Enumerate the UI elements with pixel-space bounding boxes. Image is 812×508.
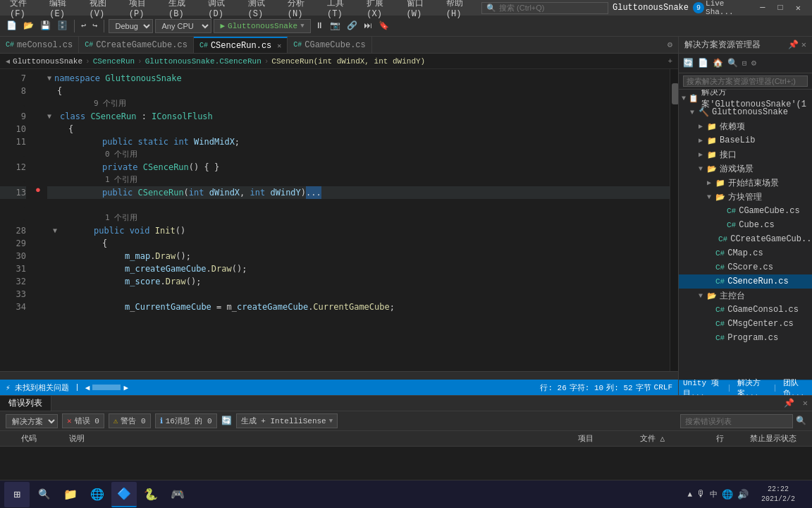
filter-icon[interactable]: 🔍 xyxy=(726,56,739,70)
editor-vscrollbar[interactable] xyxy=(670,69,678,371)
debug-dropdown[interactable]: Debug xyxy=(109,19,153,33)
tab-close-icon[interactable]: ✕ xyxy=(277,42,281,50)
solution-link[interactable]: 解决方案... xyxy=(737,377,767,396)
maximize-btn[interactable]: □ xyxy=(773,1,789,14)
redo-icon[interactable]: ↪ xyxy=(90,19,99,32)
menu-debug[interactable]: 调试(D) xyxy=(204,0,242,20)
code-editor[interactable]: 7 8 . 9 10 11 . 12 . 13 . . 28 29 30 31 xyxy=(0,69,678,371)
menu-tools[interactable]: 工具(T) xyxy=(323,0,361,20)
taskbar-python[interactable]: 🐍 xyxy=(138,482,164,507)
taskbar-network-icon[interactable]: 🌐 xyxy=(722,489,733,500)
tree-startend[interactable]: ▶ 📁 开始结束场景 xyxy=(679,176,812,190)
tree-deps[interactable]: ▶ 📁 依赖项 xyxy=(679,119,812,133)
taskbar-start[interactable]: ⊞ xyxy=(4,482,30,507)
error-count-btn[interactable]: ✕ 错误 0 xyxy=(62,413,104,428)
run-button[interactable]: ▶ GluttonousSnake ▼ xyxy=(214,19,310,33)
tree-cgamecube[interactable]: C# CGameCube.cs xyxy=(679,204,812,218)
breadcrumb-class[interactable]: CSenceRun xyxy=(93,57,135,66)
tree-cgameconsol[interactable]: C# CGameConsol.cs xyxy=(679,303,812,317)
minimize-btn[interactable]: ─ xyxy=(754,1,770,14)
info-count-btn[interactable]: ℹ 16消息 的 0 xyxy=(155,413,217,428)
undo-icon[interactable]: ↩ xyxy=(79,19,88,32)
breadcrumb-add-icon[interactable]: + xyxy=(668,57,672,66)
bookmark-icon[interactable]: 🔖 xyxy=(376,19,391,32)
taskbar-lang-icon[interactable]: 中 xyxy=(710,489,718,500)
col-file[interactable]: 文件 △ xyxy=(640,433,710,444)
close-btn[interactable]: ✕ xyxy=(790,1,806,15)
settings-icon[interactable]: ⚙ xyxy=(750,56,758,70)
solution-tree[interactable]: ▼ 📋 解决方案'GluttonousSnake'(1 ▼ 🔨 Gluttono… xyxy=(679,90,812,380)
error-search-input[interactable] xyxy=(680,414,793,428)
taskbar-volume-icon[interactable]: 🔊 xyxy=(737,489,749,500)
build-dropdown[interactable]: 生成 + IntelliSense ▼ xyxy=(236,413,338,428)
menu-project[interactable]: 项目(P) xyxy=(125,0,163,20)
breadcrumb-nav-left[interactable]: ◀ xyxy=(6,57,10,66)
menu-help[interactable]: 帮助(H) xyxy=(442,0,480,20)
team-link[interactable]: 团队负... xyxy=(783,377,808,396)
tab-CGameCube[interactable]: C# CGameCube.cs xyxy=(288,37,371,53)
editor-settings-icon[interactable]: ⚙ xyxy=(662,37,678,53)
solution-pin-icon[interactable]: 📌 xyxy=(788,40,799,50)
taskbar-mic-icon[interactable]: 🎙 xyxy=(696,489,706,500)
tree-interface[interactable]: ▶ 📁 接口 xyxy=(679,147,812,162)
open-icon[interactable]: 📂 xyxy=(21,19,36,32)
save-icon[interactable]: 💾 xyxy=(38,19,53,32)
screenshot-icon[interactable]: 📷 xyxy=(328,19,343,32)
col-suppress[interactable]: 禁止显示状态 xyxy=(750,433,806,444)
breadcrumb-file[interactable]: GluttonousSnake xyxy=(13,57,82,66)
tree-blockmgr[interactable]: ▼ 📂 方块管理 xyxy=(679,190,812,204)
menu-test[interactable]: 测试(S) xyxy=(244,0,282,20)
taskbar-browser[interactable]: 🌐 xyxy=(85,482,110,507)
taskbar-files[interactable]: 📁 xyxy=(58,482,83,507)
warn-count-btn[interactable]: ⚠ 警告 0 xyxy=(109,413,151,428)
attach-icon[interactable]: 🔗 xyxy=(345,19,359,32)
tree-csencerun[interactable]: C# CSenceRun.cs xyxy=(679,274,812,289)
step-over-icon[interactable]: ⏸ xyxy=(313,19,326,32)
taskbar-up-icon[interactable]: ▲ xyxy=(687,490,692,499)
save-all-icon[interactable]: 🗄️ xyxy=(55,19,70,32)
tree-baselib[interactable]: ▶ 📁 BaseLib xyxy=(679,133,812,147)
breadcrumb-namespace[interactable]: GluttonousSnake.CSenceRun xyxy=(145,57,262,66)
nav-right-btn[interactable]: ▶ xyxy=(123,383,128,392)
error-search-icon[interactable]: 🔍 xyxy=(796,416,806,426)
tree-program[interactable]: C# Program.cs xyxy=(679,331,812,345)
tree-mainconsole[interactable]: ▼ 📂 主控台 xyxy=(679,289,812,303)
taskbar-clock[interactable]: 22:22 2021/2/2 xyxy=(756,485,801,504)
show-files-icon[interactable]: 📄 xyxy=(696,56,710,70)
taskbar-show-desktop[interactable] xyxy=(802,482,808,507)
debug-step-icon[interactable]: ⏭ xyxy=(362,19,374,32)
new-project-icon[interactable]: 📄 xyxy=(4,19,19,32)
tree-gamescene[interactable]: ▼ 📂 游戏场景 xyxy=(679,162,812,176)
platform-dropdown[interactable]: Any CPU xyxy=(155,19,211,33)
run-dropdown-icon[interactable]: ▼ xyxy=(300,23,304,30)
tree-cube[interactable]: C# Cube.cs xyxy=(679,218,812,232)
col-line[interactable]: 行 xyxy=(716,433,744,444)
tree-cmap[interactable]: C# CMap.cs xyxy=(679,246,812,260)
error-status[interactable]: ⚡ 未找到相关问题 xyxy=(6,382,69,393)
tree-solution-root[interactable]: ▼ 📋 解决方案'GluttonousSnake'(1 xyxy=(679,91,812,105)
bottom-tab-errorlist[interactable]: 错误列表 xyxy=(0,396,51,411)
taskbar-search[interactable]: 🔍 xyxy=(31,482,56,507)
menu-edit[interactable]: 编辑(E) xyxy=(45,0,83,20)
build-dropdown-icon[interactable]: ▼ xyxy=(329,418,333,425)
bottom-pin-icon[interactable]: 📌 xyxy=(780,397,799,410)
refresh-icon[interactable]: 🔄 xyxy=(221,416,232,426)
tab-CSenceRun[interactable]: C# CSenceRun.cs ✕ xyxy=(194,37,288,53)
scope-dropdown[interactable]: 解决方案 xyxy=(6,414,58,428)
liveshare-btn[interactable]: Live Sha... xyxy=(706,0,753,16)
col-desc[interactable]: 说明 xyxy=(69,433,572,444)
tree-ccreategamecube[interactable]: C# CCreateGameCub... xyxy=(679,232,812,246)
menu-extensions[interactable]: 扩展(X) xyxy=(362,0,400,20)
menu-file[interactable]: 文件(F) xyxy=(6,0,44,20)
tab-CCreateGameCube[interactable]: C# CCreateGameCube.cs xyxy=(79,37,194,53)
col-code[interactable]: 代码 xyxy=(21,433,63,444)
nav-left-btn[interactable]: ◀ xyxy=(85,383,90,392)
menu-window[interactable]: 窗口(W) xyxy=(402,0,441,20)
col-project[interactable]: 项目 xyxy=(578,433,634,444)
bottom-close-icon[interactable]: ✕ xyxy=(799,397,812,410)
horizontal-scrollbar[interactable] xyxy=(0,371,678,380)
search-input[interactable] xyxy=(499,4,591,12)
taskbar-vs[interactable]: 🔷 xyxy=(111,482,137,507)
menu-build[interactable]: 生成(B) xyxy=(164,0,202,20)
taskbar-app6[interactable]: 🎮 xyxy=(165,482,190,507)
